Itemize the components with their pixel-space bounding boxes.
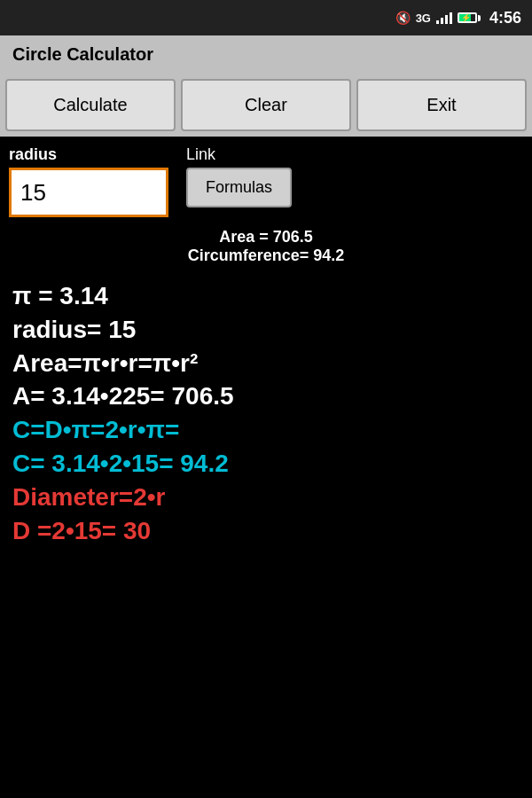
status-time: 4:56 [489,9,521,27]
clear-button[interactable]: Clear [181,79,351,131]
input-area: radius Link Formulas [0,137,532,217]
battery-icon: ⚡ [458,12,481,23]
area-formula-line: Area=π•r•r=π•r² [12,347,520,380]
results-area: Area = 706.5 Circumference= 94.2 [0,217,532,270]
radius-line: radius= 15 [12,313,520,347]
status-icons: 🔇 3G ⚡ 4:56 [395,9,521,27]
exit-button[interactable]: Exit [356,79,527,131]
app-title: Circle Calculator [12,44,153,64]
pi-line: π = 3.14 [12,279,520,313]
area-result: Area = 706.5 [9,228,523,246]
signal-icon [436,12,452,24]
3g-icon: 3G [416,12,431,25]
calculate-button[interactable]: Calculate [5,79,176,131]
button-row: Calculate Clear Exit [0,74,532,137]
diam-formula-line: Diameter=2•r [12,481,520,514]
area-calc-line: A= 3.14•225= 706.5 [12,379,520,413]
circumference-result: Circumference= 94.2 [9,246,523,265]
circum-formula1-line: C=D•π=2•r•π= [12,413,520,447]
radius-input[interactable] [9,168,168,217]
formulas-button[interactable]: Formulas [186,168,292,207]
diam-calc-line: D =2•15= 30 [12,514,520,548]
circum-calc-line: C= 3.14•2•15= 94.2 [12,447,520,481]
radius-label: radius [9,145,168,164]
status-bar: 🔇 3G ⚡ 4:56 [0,0,532,35]
radius-section: radius [9,145,168,217]
volume-mute-icon: 🔇 [395,11,411,25]
link-section: Link Formulas [186,145,292,207]
formula-area: π = 3.14 radius= 15 Area=π•r•r=π•r² A= 3… [0,270,532,556]
title-bar: Circle Calculator [0,35,532,74]
link-label: Link [186,145,292,164]
